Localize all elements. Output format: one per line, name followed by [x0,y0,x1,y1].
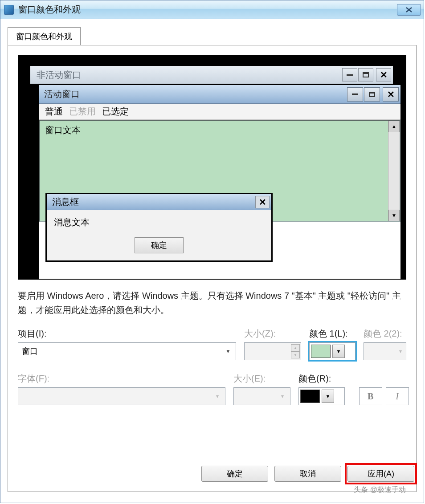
titlebar-close-button[interactable] [397,4,421,16]
tab-strip: 窗口颜色和外观 [8,27,417,45]
msgbox-ok-button: 确定 [135,237,184,253]
menu-disabled: 已禁用 [69,106,96,118]
dialog-button-row: 确定 取消 应用(A) [201,466,414,482]
maximize-icon [369,92,375,97]
chevron-down-icon: ▼ [322,390,334,403]
chevron-down-icon: ▼ [332,345,345,358]
scroll-down-button: ▼ [388,210,400,221]
color1-swatch [311,345,331,358]
item-combobox[interactable]: 窗口 ▼ [18,342,236,360]
minimize-icon [352,93,358,95]
color-r-picker[interactable]: ▼ [298,387,345,405]
scroll-up-button: ▲ [388,121,400,132]
font-label: 字体(F): [18,373,225,385]
tab-panel: 非活动窗口 ✕ 活动窗口 ✕ [8,45,417,492]
close-icon: ✕ [259,198,266,207]
size-e-combobox: ▾ [233,387,290,405]
dialog-body: 窗口颜色和外观 非活动窗口 ✕ 活动窗 [8,27,417,501]
app-icon [4,5,14,15]
italic-button[interactable]: I [386,387,409,405]
spin-up-icon: ▲ [291,344,300,351]
close-icon: ✕ [380,70,388,79]
chevron-down-icon: ▾ [278,393,286,399]
preview-message-box: 消息框 ✕ 消息文本 确定 [45,193,273,262]
size-z-spinner: ▲▼ [244,342,301,360]
maximize-button [364,87,380,102]
font-combobox: ▾ [18,387,225,405]
spin-down-icon: ▼ [291,351,300,358]
instruction-text: 要启用 Windows Aero，请选择 Windows 主题。只有选择 Win… [18,289,406,317]
maximize-icon [363,72,369,77]
color-r-swatch [300,390,320,403]
window-title: 窗口颜色和外观 [18,4,81,16]
title-bar[interactable]: 窗口颜色和外观 [0,0,424,19]
color-r-label: 颜色(R): [298,373,345,385]
color2-label: 颜色 2(2): [364,328,406,340]
controls-area: 项目(I): 窗口 ▼ 大小(Z): ▲▼ 颜色 1(L): [18,328,406,405]
apply-button[interactable]: 应用(A) [347,466,414,482]
bold-button[interactable]: B [359,387,382,405]
close-icon: ✕ [387,90,395,99]
active-window-title: 活动窗口 [44,88,80,100]
color1-label: 颜色 1(L): [309,328,356,340]
minimize-icon [347,74,353,76]
menu-normal: 普通 [45,106,63,118]
close-button: ✕ [376,68,391,81]
close-button: ✕ [383,87,399,102]
close-icon [405,7,413,12]
apply-highlight: 应用(A) [345,463,417,484]
inactive-window-title: 非活动窗口 [37,69,81,81]
color1-picker[interactable]: ▼ [309,342,356,360]
minimize-button [342,68,357,81]
dialog-window: 窗口颜色和外观 窗口颜色和外观 非活动窗口 ✕ [0,0,424,503]
size-z-label: 大小(Z): [244,328,301,340]
msgbox-text: 消息文本 [54,216,264,228]
item-label: 项目(I): [18,328,236,340]
preview-inactive-window: 非活动窗口 ✕ [29,65,394,84]
size-e-label: 大小(E): [233,373,290,385]
item-value: 窗口 [22,346,38,357]
menu-selected: 已选定 [102,106,129,118]
cancel-button[interactable]: 取消 [274,466,341,482]
window-text: 窗口文本 [45,124,81,136]
watermark-text: 头条 @极速手动 [354,485,406,495]
menu-bar: 普通 已禁用 已选定 [39,104,400,120]
msgbox-title: 消息框 [52,196,79,208]
close-button: ✕ [255,196,270,208]
maximize-button [358,68,373,81]
chevron-down-icon: ▾ [396,348,405,354]
color2-picker: ▾ [364,342,406,360]
minimize-button [347,87,363,102]
chevron-down-icon: ▾ [213,393,221,399]
chevron-down-icon: ▼ [224,348,232,354]
ok-button[interactable]: 确定 [201,466,268,482]
vertical-scrollbar: ▲ ▼ [388,121,400,221]
preview-area: 非活动窗口 ✕ 活动窗口 ✕ [18,55,406,280]
tab-window-color[interactable]: 窗口颜色和外观 [8,27,81,45]
